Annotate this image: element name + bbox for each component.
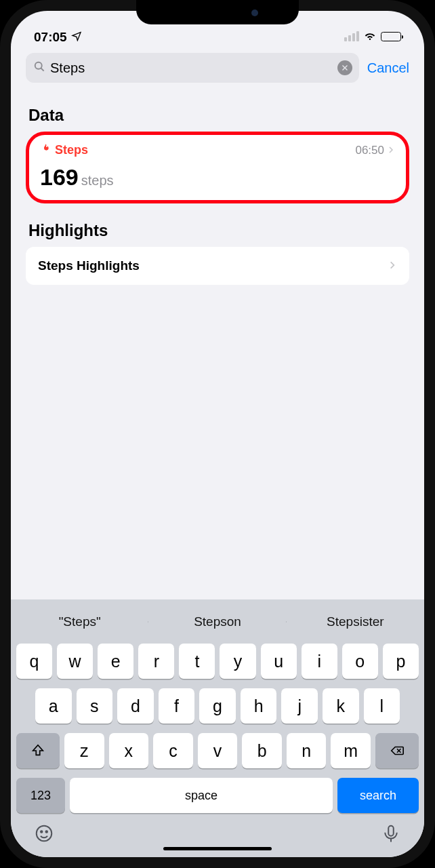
svg-point-7: [41, 831, 43, 833]
suggestion-3[interactable]: Stepsister: [287, 614, 424, 629]
space-key[interactable]: space: [70, 778, 333, 813]
location-icon: [71, 30, 82, 45]
wifi-icon: [363, 28, 377, 45]
keyboard: "Steps" Stepson Stepsister q w e r t y u…: [11, 599, 424, 857]
key-l[interactable]: l: [364, 688, 400, 724]
flame-icon: [40, 143, 51, 157]
key-j[interactable]: j: [281, 688, 318, 724]
card-title-label: Steps: [55, 143, 88, 157]
chevron-right-icon: [388, 258, 397, 273]
svg-line-1: [41, 68, 44, 71]
shift-key[interactable]: [16, 733, 60, 768]
section-title-highlights: Highlights: [28, 221, 407, 240]
key-u[interactable]: u: [261, 644, 297, 679]
key-m[interactable]: m: [331, 733, 371, 768]
key-h[interactable]: h: [241, 688, 277, 724]
backspace-key[interactable]: [375, 733, 419, 768]
key-t[interactable]: t: [179, 644, 215, 679]
notch: [136, 0, 299, 24]
search-icon: [33, 60, 46, 77]
home-indicator[interactable]: [163, 847, 272, 850]
key-f[interactable]: f: [159, 688, 195, 724]
key-x[interactable]: x: [109, 733, 149, 768]
search-row: Cancel: [11, 47, 424, 91]
suggestion-2[interactable]: Stepson: [148, 614, 286, 629]
status-time: 07:05: [34, 30, 67, 45]
key-g[interactable]: g: [199, 688, 236, 724]
content-area: Data Steps 06:50: [11, 91, 424, 599]
key-v[interactable]: v: [198, 733, 238, 768]
key-y[interactable]: y: [220, 644, 255, 679]
clear-icon[interactable]: [337, 60, 352, 75]
key-r[interactable]: r: [138, 644, 174, 679]
search-field[interactable]: [26, 53, 359, 83]
key-w[interactable]: w: [57, 644, 93, 679]
search-input[interactable]: [46, 60, 337, 76]
signal-icon: [344, 31, 359, 41]
battery-icon: [381, 32, 401, 41]
key-o[interactable]: o: [342, 644, 378, 679]
key-z[interactable]: z: [64, 733, 104, 768]
mic-icon[interactable]: [381, 823, 401, 846]
svg-point-0: [35, 62, 42, 68]
key-a[interactable]: a: [35, 688, 72, 724]
key-n[interactable]: n: [287, 733, 327, 768]
numeric-key[interactable]: 123: [16, 778, 65, 813]
card-unit: steps: [81, 173, 114, 189]
key-b[interactable]: b: [242, 733, 282, 768]
svg-rect-9: [388, 826, 394, 836]
emoji-icon[interactable]: [34, 823, 54, 846]
screen: 07:05: [11, 11, 424, 857]
data-card-steps[interactable]: Steps 06:50 169 steps: [26, 132, 409, 203]
device-frame: 07:05: [0, 0, 435, 868]
key-e[interactable]: e: [98, 644, 133, 679]
card-value: 169: [40, 164, 79, 191]
key-q[interactable]: q: [16, 644, 52, 679]
card-time: 06:50: [355, 144, 395, 157]
key-s[interactable]: s: [77, 688, 113, 724]
key-k[interactable]: k: [323, 688, 359, 724]
highlights-row[interactable]: Steps Highlights: [26, 247, 409, 285]
svg-point-8: [46, 831, 48, 833]
card-title: Steps: [40, 143, 88, 157]
highlights-row-label: Steps Highlights: [38, 258, 140, 273]
svg-point-6: [37, 826, 52, 842]
key-i[interactable]: i: [302, 644, 337, 679]
key-c[interactable]: c: [153, 733, 193, 768]
suggestion-1[interactable]: "Steps": [11, 614, 148, 629]
section-title-data: Data: [28, 106, 407, 125]
chevron-right-icon: [387, 144, 395, 157]
search-key[interactable]: search: [337, 778, 419, 813]
suggestion-bar: "Steps" Stepson Stepsister: [11, 605, 424, 639]
key-d[interactable]: d: [117, 688, 154, 724]
key-p[interactable]: p: [383, 644, 419, 679]
cancel-button[interactable]: Cancel: [367, 60, 409, 76]
